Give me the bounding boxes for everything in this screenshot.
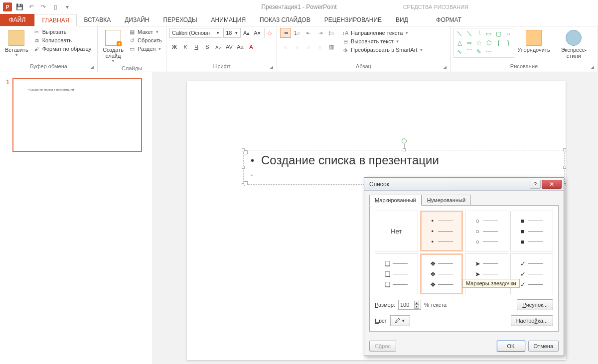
align-left-button[interactable]: ≡	[280, 42, 291, 52]
section-button[interactable]: ▭Раздел ▼	[128, 45, 163, 53]
shape-brace2-icon[interactable]: }	[504, 38, 513, 47]
bullet-line[interactable]: Создание списка в презентации	[244, 150, 564, 170]
customize-button[interactable]: Настройка...	[511, 315, 553, 326]
align-text-button[interactable]: ⊟Выровнять текст ▼	[341, 37, 424, 45]
layout-button[interactable]: ▦Макет ▼	[128, 28, 163, 36]
picture-button[interactable]: Рисунок...	[517, 299, 553, 310]
start-slideshow-icon[interactable]: ▯	[51, 2, 60, 11]
resize-handle[interactable]	[242, 166, 245, 169]
shape-arrow-icon[interactable]: ⇨	[465, 38, 474, 47]
grow-font-button[interactable]: A▴	[242, 28, 251, 38]
tab-transitions[interactable]: ПЕРЕХОДЫ	[156, 14, 204, 26]
resize-handle[interactable]	[403, 148, 406, 151]
size-spinner[interactable]: 100 ▲▼	[398, 300, 421, 310]
font-name-select[interactable]: Calibri (Основн▼	[169, 28, 222, 38]
bullet-option-hollow-square[interactable]: ❏ ❏ ❏	[375, 253, 418, 294]
char-spacing-button[interactable]: AV	[224, 42, 234, 52]
increase-indent-button[interactable]: ⇥	[314, 28, 325, 38]
format-painter-button[interactable]: 🖌Формат по образцу	[32, 45, 93, 53]
cancel-button[interactable]: Отмена	[528, 341, 559, 352]
reset-button[interactable]: Сброс	[369, 341, 396, 352]
italic-button[interactable]: К	[180, 42, 190, 52]
tab-review[interactable]: РЕЦЕНЗИРОВАНИЕ	[317, 14, 389, 26]
smartart-button[interactable]: ⬗Преобразовать в SmartArt ▼	[341, 46, 424, 54]
slide-thumbnail[interactable]: • Создание списка в презентации	[12, 78, 142, 152]
shadow-button[interactable]: ᴀᵥ	[213, 42, 223, 52]
dialog-help-button[interactable]: ?	[530, 180, 541, 189]
dialog-close-button[interactable]: ✕	[542, 180, 562, 189]
bullet-option-arrow[interactable]: ➤ ➤ ➤ Маркеры-звездочки	[465, 253, 508, 294]
arrange-button[interactable]: Упорядочить	[516, 28, 551, 55]
justify-button[interactable]: ≡	[314, 42, 325, 52]
underline-button[interactable]: Ч	[191, 42, 201, 52]
spin-up-icon[interactable]: ▲	[414, 301, 419, 305]
tab-format[interactable]: ФОРМАТ	[429, 14, 468, 26]
shrink-font-button[interactable]: A▾	[252, 28, 262, 38]
bullet-option-diamond[interactable]: ❖ ❖ ❖	[420, 253, 463, 294]
font-color-button[interactable]: A	[246, 42, 256, 52]
shapes-gallery[interactable]: ＼ ＼ └ ▭ ▢ ○ △ ⇨ ☆ ⬡ { } ∿ ⌒ ✎ ⋯	[453, 28, 514, 58]
tab-numbered[interactable]: Нумерованный	[422, 195, 471, 206]
undo-icon[interactable]: ↶	[27, 2, 36, 11]
paste-button[interactable]: Вставить ▼	[3, 28, 30, 59]
shape-freeform-icon[interactable]: ✎	[474, 48, 484, 56]
shape-hex-icon[interactable]: ⬡	[484, 38, 494, 47]
numbering-button[interactable]: 1≡	[292, 28, 302, 38]
bullet-option-none[interactable]: Нет	[375, 211, 418, 251]
tab-home[interactable]: ГЛАВНАЯ	[34, 14, 77, 26]
shape-arc-icon[interactable]: ⌒	[465, 48, 474, 56]
text-direction-button[interactable]: ↕AНаправление текста ▼	[341, 29, 424, 37]
shape-line2-icon[interactable]: ＼	[465, 29, 474, 38]
tab-design[interactable]: ДИЗАЙН	[118, 14, 156, 26]
paragraph-dialog-launcher[interactable]: ◢	[443, 65, 449, 71]
shape-more-icon[interactable]: ⋯	[484, 48, 494, 56]
bullet-option-circle[interactable]: ○ ○ ○	[465, 211, 508, 251]
shape-line-icon[interactable]: ＼	[455, 29, 464, 38]
shape-triangle-icon[interactable]: △	[455, 38, 464, 47]
tab-bulleted[interactable]: Маркированный	[369, 195, 422, 206]
tab-view[interactable]: ВИД	[389, 14, 415, 26]
reset-button[interactable]: ↺Сбросить	[128, 36, 163, 44]
cut-button[interactable]: ✂Вырезать	[32, 28, 93, 36]
resize-handle[interactable]	[563, 166, 566, 169]
tab-insert[interactable]: ВСТАВКА	[77, 14, 118, 26]
drawing-dialog-launcher[interactable]: ◢	[591, 65, 597, 71]
bullet-option-check[interactable]: ✓ ✓ ✓	[510, 253, 554, 294]
clear-format-button[interactable]: ◇	[264, 28, 274, 38]
change-case-button[interactable]: Aa	[235, 42, 245, 52]
bold-button[interactable]: Ж	[169, 42, 179, 52]
shape-connector-icon[interactable]: └	[474, 29, 484, 38]
line-spacing-button[interactable]: ‡≡	[326, 28, 337, 38]
shape-star-icon[interactable]: ☆	[474, 38, 484, 47]
quick-styles-button[interactable]: Экспресс-стили	[553, 28, 595, 61]
font-dialog-launcher[interactable]: ◢	[270, 65, 276, 71]
tab-file[interactable]: ФАЙЛ	[0, 14, 34, 26]
tab-slideshow[interactable]: ПОКАЗ СЛАЙДОВ	[253, 14, 317, 26]
spin-down-icon[interactable]: ▼	[414, 305, 419, 309]
strike-button[interactable]: S	[202, 42, 212, 52]
columns-button[interactable]: ▥	[326, 42, 337, 52]
qat-dropdown-icon[interactable]: ▾	[63, 2, 72, 11]
shape-curve-icon[interactable]: ∿	[455, 48, 464, 56]
ok-button[interactable]: ОК	[497, 341, 525, 352]
dialog-titlebar[interactable]: Список ? ✕	[364, 178, 564, 191]
shape-rect-icon[interactable]: ▭	[484, 29, 494, 38]
shape-brace-icon[interactable]: {	[494, 38, 503, 47]
clipboard-dialog-launcher[interactable]: ◢	[90, 65, 96, 71]
new-slide-button[interactable]: ✦ Создать слайд ▼	[101, 28, 126, 65]
decrease-indent-button[interactable]: ⇤	[303, 28, 314, 38]
tab-animation[interactable]: АНИМАЦИЯ	[204, 14, 253, 26]
color-picker-button[interactable]: 🖍 ▼	[390, 315, 410, 326]
copy-button[interactable]: ⧉Копировать	[32, 36, 93, 44]
save-icon[interactable]: 💾	[15, 2, 24, 11]
bullet-option-disc[interactable]: • • •	[420, 211, 463, 251]
shape-roundrect-icon[interactable]: ▢	[494, 29, 503, 38]
resize-handle[interactable]	[563, 148, 566, 151]
bullets-button[interactable]: ≔	[280, 28, 291, 38]
font-size-select[interactable]: 18▼	[223, 28, 241, 38]
align-center-button[interactable]: ≡	[292, 42, 302, 52]
shape-oval-icon[interactable]: ○	[504, 29, 513, 38]
redo-icon[interactable]: ↷	[39, 2, 48, 11]
resize-handle[interactable]	[242, 148, 245, 151]
align-right-button[interactable]: ≡	[303, 42, 314, 52]
